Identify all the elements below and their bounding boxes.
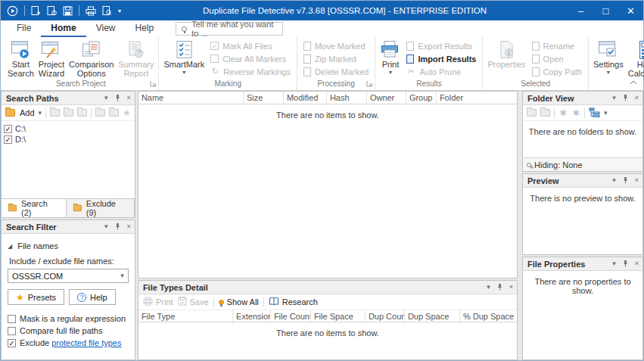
tree-view-mode-icon[interactable] (589, 107, 600, 119)
edit-path-icon[interactable] (50, 109, 60, 117)
column-header-extension[interactable]: Extension (233, 310, 271, 322)
panel-menu-icon[interactable]: ▾ (104, 95, 108, 101)
protected-file-types-link[interactable]: protected file types (51, 338, 121, 347)
panel-menu-icon[interactable]: ▾ (612, 95, 616, 101)
tab-exclude-paths[interactable]: Exclude (9) (67, 199, 135, 217)
file-name-pattern-combobox[interactable]: OSSSR.COM ▾ (8, 269, 129, 283)
path-item[interactable]: ✓ D:\ (4, 134, 132, 145)
summary-report-button[interactable]: Summary Report (116, 39, 156, 79)
pin-icon[interactable] (622, 94, 629, 103)
reverse-markings-button[interactable]: ↻ Reverse Markings (207, 65, 294, 78)
check-paths-icon[interactable] (95, 109, 105, 117)
maximize-button[interactable]: □ (593, 1, 618, 20)
presets-button[interactable]: ★ Presets (8, 289, 64, 305)
collapse-ribbon-icon[interactable] (630, 77, 637, 86)
close-icon[interactable]: × (635, 177, 639, 184)
print-results-button[interactable]: Print ▾ (378, 39, 403, 79)
section-file-names[interactable]: ◢ File names (8, 238, 129, 254)
unhide-folder-icon[interactable]: ✱ (571, 108, 580, 118)
exclude-protected-checkbox[interactable]: ✓ (8, 339, 16, 347)
add-button[interactable]: Add (20, 108, 35, 117)
panel-menu-icon[interactable]: ▾ (612, 177, 616, 184)
panel-menu-icon[interactable]: ▾ (104, 223, 108, 230)
tab-file[interactable]: File (7, 20, 41, 37)
ftd-save-button[interactable]: Save (178, 297, 209, 307)
column-header-file-count[interactable]: File Count (271, 310, 311, 322)
clear-paths-icon[interactable] (77, 109, 87, 117)
dialog-launcher-icon[interactable] (150, 79, 157, 89)
exclude-protected-checkbox-row[interactable]: ✓ Exclude protected file types (8, 337, 129, 349)
start-search-button[interactable]: Start Search (5, 39, 36, 79)
close-icon[interactable]: × (635, 260, 639, 267)
uncheck-paths-icon[interactable] (109, 109, 119, 117)
move-marked-button[interactable]: Move Marked (300, 39, 373, 52)
panel-menu-icon[interactable]: ▾ (487, 284, 490, 291)
column-header-folder[interactable]: Folder (437, 92, 517, 104)
pin-icon[interactable] (114, 94, 121, 103)
tab-view[interactable]: View (86, 20, 126, 37)
run-search-icon[interactable] (7, 5, 18, 17)
help-button[interactable]: ? Help (69, 289, 116, 305)
add-dropdown-icon[interactable]: ▾ (39, 110, 42, 117)
dialog-launcher-icon[interactable] (366, 79, 373, 89)
close-button[interactable]: ✕ (618, 1, 643, 20)
pin-icon[interactable] (622, 260, 629, 269)
save-icon[interactable] (63, 6, 73, 16)
expand-folders-icon[interactable] (527, 109, 537, 117)
path-checkbox[interactable]: ✓ (4, 125, 12, 133)
column-header-dup-space[interactable]: Dup Space (405, 310, 460, 322)
hash-calculator-button[interactable]: Hash Calculator (626, 39, 644, 79)
print-icon[interactable] (86, 6, 96, 16)
rename-button[interactable]: Rename (528, 39, 586, 52)
close-icon[interactable]: × (635, 95, 639, 101)
column-header-group[interactable]: Group (406, 92, 437, 104)
tree-view-dropdown-icon[interactable]: ▾ (604, 110, 608, 117)
panel-menu-icon[interactable]: ▾ (612, 260, 616, 267)
column-header-pct-dup-space[interactable]: % Dup Space (460, 310, 517, 322)
close-icon[interactable]: × (127, 223, 131, 230)
delete-marked-button[interactable]: Delete Marked (300, 65, 373, 78)
path-checkbox[interactable]: ✓ (4, 135, 12, 144)
import-results-button[interactable]: Import Results (403, 52, 480, 65)
column-header-hash[interactable]: Hash (327, 92, 367, 104)
column-header-name[interactable]: Name (138, 92, 244, 104)
new-project-icon[interactable] (31, 5, 41, 16)
regex-checkbox-row[interactable]: Mask is a regular expression (8, 313, 129, 325)
pin-icon[interactable] (622, 176, 629, 185)
full-paths-checkbox[interactable] (8, 327, 16, 335)
copy-path-button[interactable]: Copy Path (528, 65, 586, 78)
tab-home[interactable]: Home (41, 20, 86, 37)
hide-folder-icon[interactable]: ✱ (558, 108, 568, 118)
tab-search-paths[interactable]: Search (2) (2, 199, 67, 217)
column-header-file-space[interactable]: File Space (311, 310, 366, 322)
mark-all-files-button[interactable]: ✓ Mark All Files (207, 39, 294, 52)
auto-prune-button[interactable]: ✂ Auto Prune (403, 65, 480, 78)
pin-icon[interactable] (114, 223, 121, 232)
smartmark-button[interactable]: SmartMark ▾ (161, 39, 207, 79)
column-header-owner[interactable]: Owner (367, 92, 406, 104)
column-header-modified[interactable]: Modified (284, 92, 327, 104)
open-button[interactable]: Open (528, 52, 586, 65)
print-preview-icon[interactable] (102, 5, 112, 16)
settings-button[interactable]: Settings ▾ (591, 39, 626, 79)
properties-button[interactable]: Properties (485, 39, 527, 79)
column-header-size[interactable]: Size (244, 92, 284, 104)
collapse-folders-icon[interactable] (540, 109, 550, 117)
regex-checkbox[interactable] (8, 315, 16, 323)
full-paths-checkbox-row[interactable]: Compare full file paths (8, 325, 129, 337)
close-icon[interactable]: × (509, 284, 513, 291)
open-project-icon[interactable] (47, 5, 57, 16)
show-all-button[interactable]: Show All (219, 297, 259, 307)
comparison-options-button[interactable]: Comparison Options (67, 39, 116, 79)
ftd-print-button[interactable]: Print (143, 297, 173, 307)
remove-path-icon[interactable] (64, 109, 73, 117)
path-item[interactable]: ✓ C:\ (4, 123, 132, 134)
favorites-icon[interactable]: ★ (123, 108, 131, 117)
zip-marked-button[interactable]: Zip Marked (300, 52, 373, 65)
tab-help[interactable]: Help (125, 20, 163, 37)
research-button[interactable]: Research (269, 297, 318, 307)
clear-all-markers-button[interactable]: Clear All Markers (207, 52, 294, 65)
tell-me-search-box[interactable]: Tell me what you want to ... (176, 22, 283, 36)
minimize-button[interactable]: – (568, 1, 593, 20)
pin-icon[interactable] (496, 283, 503, 292)
